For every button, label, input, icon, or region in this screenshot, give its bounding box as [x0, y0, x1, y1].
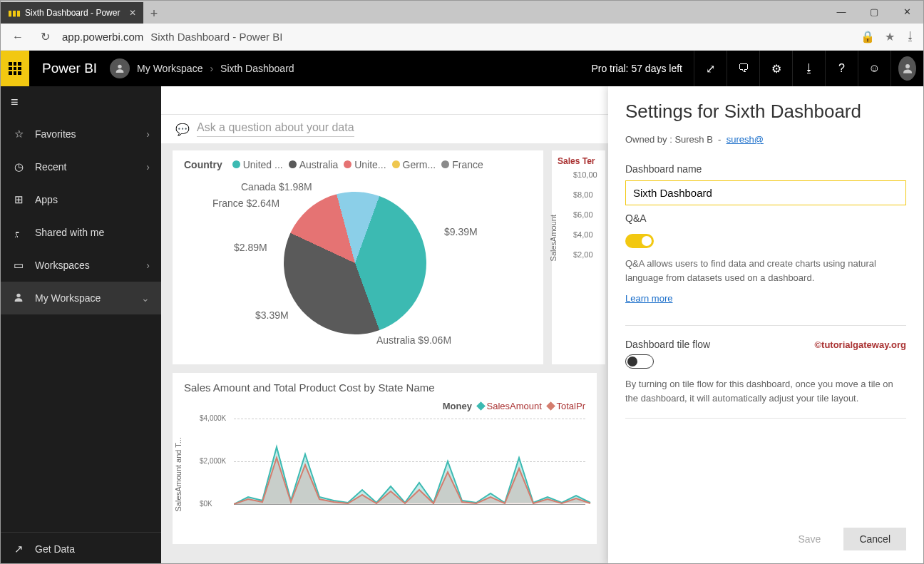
notifications-icon[interactable]: 🗨 [727, 51, 759, 86]
field-label: Dashboard tile flow [625, 339, 710, 350]
sidebar-item-label: Workspaces [35, 260, 90, 271]
window-close-icon[interactable]: ✕ [890, 1, 923, 24]
legend-title: Country [184, 159, 222, 170]
qna-description: Q&A allows users to find data and create… [625, 257, 906, 284]
chevron-down-icon: ⌄ [141, 292, 150, 304]
sidebar-item-label: Recent [35, 161, 66, 173]
app-launcher-button[interactable] [1, 51, 29, 86]
pie-chart-tile[interactable]: Country United ... Australia Unite... Ge… [173, 150, 543, 364]
user-avatar[interactable] [890, 51, 923, 86]
header-actions: ⤢ 🗨 ⚙ ⭳ ? ☺ [694, 51, 923, 86]
pie-label: $2.89M [234, 242, 267, 253]
download-icon[interactable]: ⭳ [792, 51, 825, 86]
clock-icon: ◷ [12, 160, 25, 173]
pie-label: $9.39M [444, 226, 478, 237]
owner-info: Owned by : Suresh B - suresh@ [625, 134, 906, 145]
close-icon[interactable]: ✕ [129, 8, 136, 18]
sidebar-item-shared[interactable]: ᠷShared with me [1, 216, 161, 249]
sidebar-item-apps[interactable]: ⊞Apps [1, 183, 161, 216]
trial-label: Pro trial: 57 days left [580, 63, 694, 74]
svg-point-0 [118, 65, 121, 68]
breadcrumb-dashboard: Sixth Dashboard [220, 63, 294, 74]
chevron-right-icon: › [210, 63, 213, 74]
url-page-title: Sixth Dashboard - Power BI [150, 31, 282, 43]
person-icon [12, 292, 25, 305]
learn-more-link[interactable]: Learn more [625, 293, 906, 304]
sidebar: ≡ ☆Favorites› ◷Recent› ⊞Apps ᠷShared wit… [1, 86, 161, 564]
browser-tab-strip: ▮▮▮ Sixth Dashboard - Power ✕ + — ▢ ✕ [1, 1, 923, 24]
fullscreen-icon[interactable]: ⤢ [694, 51, 727, 86]
tile-title: Sales Amount and Total Product Cost by S… [184, 381, 585, 394]
line-chart-tile[interactable]: Sales Amount and Total Product Cost by S… [173, 373, 597, 544]
settings-icon[interactable]: ⚙ [759, 51, 792, 86]
field-label: Dashboard name [625, 163, 906, 175]
settings-panel: Settings for Sixth Dashboard Owned by : … [608, 86, 923, 564]
sidebar-item-recent[interactable]: ◷Recent› [1, 150, 161, 183]
address-bar: ← ↻ app.powerbi.com Sixth Dashboard - Po… [1, 24, 923, 51]
cancel-button[interactable]: Cancel [843, 528, 906, 550]
brand-label: Power BI [29, 61, 110, 76]
sidebar-item-label: Shared with me [35, 227, 104, 238]
apps-icon: ⊞ [12, 193, 25, 206]
pie-label: France $2.64M [212, 198, 279, 209]
sidebar-item-label: Apps [35, 194, 58, 205]
sidebar-item-my-workspace[interactable]: My Workspace⌄ [1, 282, 161, 314]
field-label: Q&A [625, 212, 906, 224]
app-header: Power BI My Workspace › Sixth Dashboard … [1, 51, 923, 86]
sidebar-item-label: Get Data [35, 543, 75, 555]
star-icon[interactable]: ★ [885, 30, 895, 43]
workspace-avatar-icon[interactable] [110, 58, 130, 78]
arrow-icon: ↗ [12, 543, 25, 555]
refresh-icon[interactable]: ↻ [35, 30, 55, 43]
line-legend: Money SalesAmount TotalPr [184, 401, 585, 411]
sidebar-item-label: My Workspace [35, 292, 101, 304]
tileflow-toggle[interactable] [625, 354, 654, 369]
chat-icon: 💬 [175, 123, 190, 136]
sidebar-item-workspaces[interactable]: ▭Workspaces› [1, 249, 161, 282]
dashboard-name-input[interactable] [625, 180, 906, 205]
chart-icon: ▮▮▮ [8, 9, 21, 18]
workspaces-icon: ▭ [12, 259, 25, 272]
window-controls: — ▢ ✕ [825, 1, 923, 24]
star-icon: ☆ [12, 128, 25, 140]
panel-title: Settings for Sixth Dashboard [625, 101, 906, 123]
download-icon[interactable]: ⭳ [905, 30, 916, 43]
new-tab-button[interactable]: + [143, 4, 165, 24]
help-icon[interactable]: ? [825, 51, 858, 86]
sidebar-item-favorites[interactable]: ☆Favorites› [1, 118, 161, 150]
pie-chart [264, 172, 446, 354]
breadcrumb: My Workspace › Sixth Dashboard [137, 63, 294, 74]
svg-point-2 [16, 293, 20, 297]
tab-title: Sixth Dashboard - Power [25, 8, 120, 18]
share-icon: ᠷ [12, 227, 25, 239]
minimize-icon[interactable]: — [825, 1, 858, 24]
qna-placeholder: Ask a question about your data [197, 121, 354, 137]
pie-label: $3.39M [255, 309, 289, 321]
url-host: app.powerbi.com [62, 31, 143, 43]
pie-label: Canada $1.98M [241, 181, 312, 193]
y-ticks: $10,00 $8,00 $6,00 $4,00 $2,00 [573, 170, 600, 259]
breadcrumb-workspace[interactable]: My Workspace [137, 63, 202, 74]
svg-point-1 [905, 64, 910, 68]
hamburger-icon[interactable]: ≡ [1, 86, 161, 118]
chevron-right-icon: › [146, 128, 150, 140]
tileflow-description: By turning on tile flow for this dashboa… [625, 377, 906, 405]
line-chart: $4,000K $2,000K $0K [205, 419, 585, 525]
maximize-icon[interactable]: ▢ [858, 1, 890, 24]
lock-icon[interactable]: 🔒 [861, 30, 875, 43]
browser-tab[interactable]: ▮▮▮ Sixth Dashboard - Power ✕ [1, 2, 143, 24]
line-series [234, 419, 605, 511]
qna-toggle[interactable] [625, 234, 654, 248]
dashboard-content: +Add tile 📈Usage metrics ⇔View related ⚙… [161, 86, 923, 564]
back-icon[interactable]: ← [8, 31, 28, 43]
get-data-button[interactable]: ↗Get Data [1, 532, 161, 564]
bar-chart-tile[interactable]: Sales Ter SalesAmount $10,00 $8,00 $6,00… [552, 150, 605, 364]
axis-label: SalesAmount and T... [174, 437, 183, 511]
url-field[interactable]: app.powerbi.com Sixth Dashboard - Power … [62, 31, 853, 43]
feedback-icon[interactable]: ☺ [858, 51, 890, 86]
owner-email-link[interactable]: suresh@ [727, 134, 764, 145]
chevron-right-icon: › [146, 161, 150, 173]
axis-label: SalesAmount [549, 215, 558, 261]
save-button[interactable]: Save [782, 528, 836, 550]
sidebar-item-label: Favorites [35, 128, 76, 140]
